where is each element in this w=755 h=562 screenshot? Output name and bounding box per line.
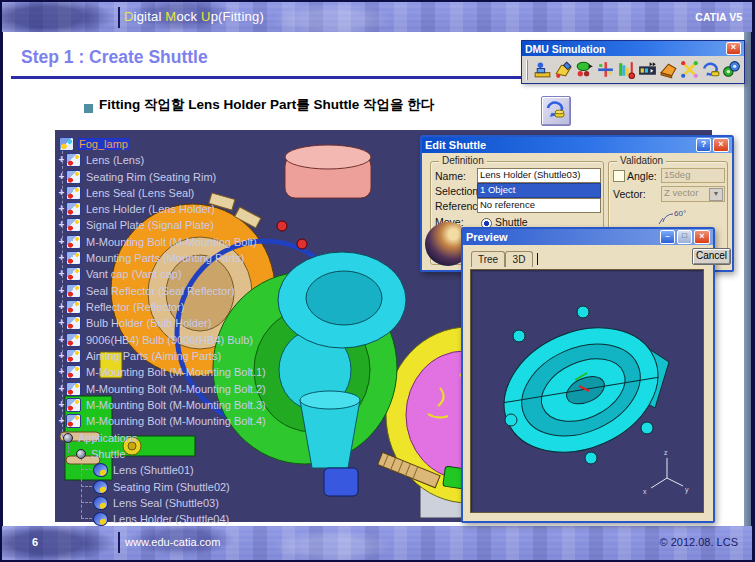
angle-checkbox[interactable]: [613, 170, 625, 182]
tree-item[interactable]: Shuttle: [76, 446, 127, 461]
tree-item[interactable]: Seating Rim (Shuttle02): [93, 479, 232, 494]
tree-item[interactable]: Lens Seal (Shuttle03): [93, 495, 221, 510]
expander-icon[interactable]: +: [57, 237, 66, 246]
animation-replay-icon[interactable]: [637, 59, 658, 80]
website-link[interactable]: www.edu-catia.com: [125, 536, 220, 548]
tree-item[interactable]: +M-Mounting Bolt (M-Mounting Bolt.4): [57, 413, 268, 428]
tree-item-label[interactable]: Vant cap (Vant cap): [84, 268, 184, 280]
tree-item[interactable]: +Lens (Lens): [57, 152, 146, 167]
preview-3d-area[interactable]: z x y: [470, 269, 704, 513]
tree-item[interactable]: +Bulb Holder (Bulb Holder): [57, 315, 213, 330]
tree-item[interactable]: Lens (Shuttle01): [93, 462, 196, 477]
toolbar-body: [522, 56, 744, 83]
tree-item-label[interactable]: Seating Rim (Seating Rim): [84, 171, 218, 183]
expander-icon[interactable]: +: [57, 204, 66, 213]
shuttle-command-button[interactable]: [541, 96, 571, 126]
expander-icon[interactable]: +: [57, 416, 66, 425]
chevron-down-icon[interactable]: ▼: [709, 188, 723, 201]
tree-item-label[interactable]: Mounting Parts (Mounting Parts): [84, 252, 246, 264]
tree-connector: [81, 518, 92, 519]
tree-item[interactable]: +M-Mounting Bolt (M-Mounting Bolt.2): [57, 381, 268, 396]
tree-item-label[interactable]: Applications: [76, 432, 139, 444]
tree-item[interactable]: Applications: [63, 430, 139, 445]
simulation-icon[interactable]: [532, 59, 553, 80]
preview-titlebar[interactable]: Preview – □ ×: [463, 229, 713, 245]
tree-item-label[interactable]: M-Mounting Bolt (M-Mounting Bolt.2): [84, 383, 268, 395]
tree-item-label[interactable]: M-Mounting Bolt (M-Mounting Bolt.4): [84, 415, 268, 427]
expander-icon[interactable]: +: [57, 286, 66, 295]
tree-item-label[interactable]: Aiming Parts (Aiming Parts): [84, 350, 223, 362]
tree-item[interactable]: +Vant cap (Vant cap): [57, 266, 184, 281]
tree-item[interactable]: +M-Mounting Bolt (M-Mounting Bolt.3): [57, 397, 268, 412]
tree-item-label[interactable]: Lens (Shuttle01): [111, 464, 196, 476]
tree-item[interactable]: +Lens Seal (Lens Seal): [57, 185, 196, 200]
expander-icon[interactable]: +: [57, 220, 66, 229]
expander-icon[interactable]: +: [57, 269, 66, 278]
tree-item-label[interactable]: M-Mounting Bolt (M-Mounting Bolt.1): [84, 366, 268, 378]
tree-item-label[interactable]: Bulb Holder (Bulb Holder): [84, 317, 213, 329]
tree-item-label[interactable]: Fog_lamp: [77, 138, 130, 150]
close-icon[interactable]: ×: [713, 138, 729, 152]
minimize-icon[interactable]: –: [660, 230, 675, 244]
cancel-button[interactable]: Cancel: [692, 248, 731, 265]
track-cross-icon[interactable]: [679, 59, 700, 80]
toolbar-drag-handle[interactable]: [526, 60, 528, 80]
tree-item[interactable]: Fog_lamp: [59, 136, 130, 151]
shuttle-node-icon: [93, 463, 108, 477]
tree-item[interactable]: +Seating Rim (Seating Rim): [57, 169, 218, 184]
expander-icon[interactable]: +: [57, 400, 66, 409]
expander-icon[interactable]: +: [57, 384, 66, 393]
lens-holder-3d-part: z x y: [471, 270, 703, 512]
help-icon[interactable]: ?: [696, 138, 711, 152]
tree-item[interactable]: Lens Holder (Shuttle04): [93, 511, 231, 526]
tree-item-label[interactable]: Reflector (Reflector): [84, 301, 186, 313]
simulation-settings-icon[interactable]: [721, 59, 742, 80]
tree-item[interactable]: +M-Mounting Bolt (M-Mounting Bolt.1): [57, 364, 268, 379]
tree-item-label[interactable]: Lens (Lens): [84, 154, 146, 166]
restore-icon[interactable]: □: [677, 230, 692, 244]
tree-item-label[interactable]: 9006(HB4) Bulb (9006(HB4) Bulb): [84, 334, 255, 346]
tree-item-label[interactable]: Lens Holder (Shuttle04): [111, 513, 231, 525]
expander-icon[interactable]: +: [57, 188, 66, 197]
close-icon[interactable]: ×: [694, 230, 710, 244]
tree-item-label[interactable]: Lens Seal (Shuttle03): [111, 497, 221, 509]
tab-3d[interactable]: 3D: [505, 251, 533, 267]
expander-icon[interactable]: +: [57, 367, 66, 376]
tree-item-label[interactable]: Seal Reflector (Seal Reflector): [84, 285, 237, 297]
tree-item-label[interactable]: Lens Holder (Lens Holder): [84, 203, 217, 215]
edit-sequence-icon[interactable]: [595, 59, 616, 80]
tree-item[interactable]: +M-Mounting Bolt (M-Mounting Bolt): [57, 234, 259, 249]
expander-icon[interactable]: +: [57, 335, 66, 344]
generate-track-icon[interactable]: [658, 59, 679, 80]
tree-item[interactable]: +9006(HB4) Bulb (9006(HB4) Bulb): [57, 332, 255, 347]
tree-item-label[interactable]: Seating Rim (Shuttle02): [111, 481, 232, 493]
expander-icon[interactable]: +: [57, 172, 66, 181]
dialog-titlebar[interactable]: Edit Shuttle ? ×: [422, 137, 732, 153]
expander-icon[interactable]: +: [57, 302, 66, 311]
name-field[interactable]: Lens Holder (Shuttle03): [477, 168, 601, 183]
reference-field[interactable]: No reference: [477, 198, 601, 213]
tree-item[interactable]: +Reflector (Reflector): [57, 299, 186, 314]
tab-tree[interactable]: Tree: [471, 251, 505, 267]
toolbar-titlebar[interactable]: DMU Simulation ×: [522, 41, 744, 56]
tree-item[interactable]: +Seal Reflector (Seal Reflector): [57, 283, 237, 298]
edit-simulation-icon[interactable]: [553, 59, 574, 80]
close-icon[interactable]: ×: [726, 42, 741, 55]
expander-icon[interactable]: +: [57, 155, 66, 164]
selection-field[interactable]: 1 Object: [477, 183, 601, 198]
tree-item[interactable]: +Signal Plate (Signal Plate): [57, 217, 216, 232]
compile-simulation-icon[interactable]: [574, 59, 595, 80]
tree-item[interactable]: +Mounting Parts (Mounting Parts): [57, 250, 246, 265]
tree-item-label[interactable]: M-Mounting Bolt (M-Mounting Bolt.3): [84, 399, 268, 411]
tree-item-label[interactable]: Lens Seal (Lens Seal): [84, 187, 196, 199]
clash-analysis-icon[interactable]: [616, 59, 637, 80]
tree-item-label[interactable]: Signal Plate (Signal Plate): [84, 219, 216, 231]
tree-item[interactable]: +Aiming Parts (Aiming Parts): [57, 348, 223, 363]
expander-icon[interactable]: +: [57, 318, 66, 327]
tree-item[interactable]: +Lens Holder (Lens Holder): [57, 201, 217, 216]
expander-icon[interactable]: +: [57, 253, 66, 262]
expander-icon[interactable]: +: [57, 351, 66, 360]
tree-item-label[interactable]: Shuttle: [89, 448, 127, 460]
shuttle-tool-icon[interactable]: [700, 59, 721, 80]
tree-item-label[interactable]: M-Mounting Bolt (M-Mounting Bolt): [84, 236, 259, 248]
